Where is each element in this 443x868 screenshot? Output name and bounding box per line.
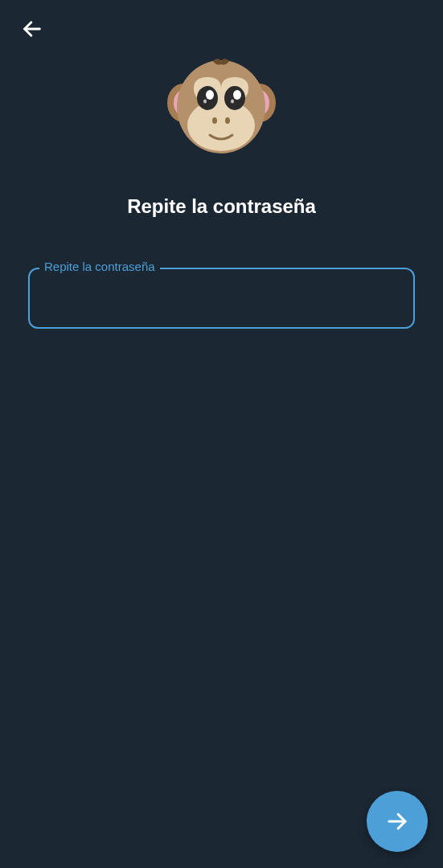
back-button[interactable] bbox=[18, 14, 47, 43]
svg-point-6 bbox=[187, 100, 255, 151]
svg-point-8 bbox=[206, 90, 214, 100]
mascot-container bbox=[0, 55, 443, 163]
arrow-left-icon bbox=[21, 18, 43, 40]
svg-point-13 bbox=[212, 117, 217, 124]
arrow-right-icon bbox=[385, 809, 409, 833]
svg-point-14 bbox=[225, 117, 230, 124]
page-title: Repite la contraseña bbox=[0, 195, 443, 218]
password-field-container: Repite la contraseña bbox=[28, 268, 415, 329]
svg-point-12 bbox=[231, 100, 234, 104]
svg-point-9 bbox=[203, 100, 207, 104]
password-label: Repite la contraseña bbox=[39, 260, 160, 273]
submit-button[interactable] bbox=[367, 791, 428, 852]
password-input[interactable] bbox=[28, 268, 415, 329]
monkey-icon bbox=[163, 55, 280, 163]
svg-point-11 bbox=[233, 90, 241, 100]
